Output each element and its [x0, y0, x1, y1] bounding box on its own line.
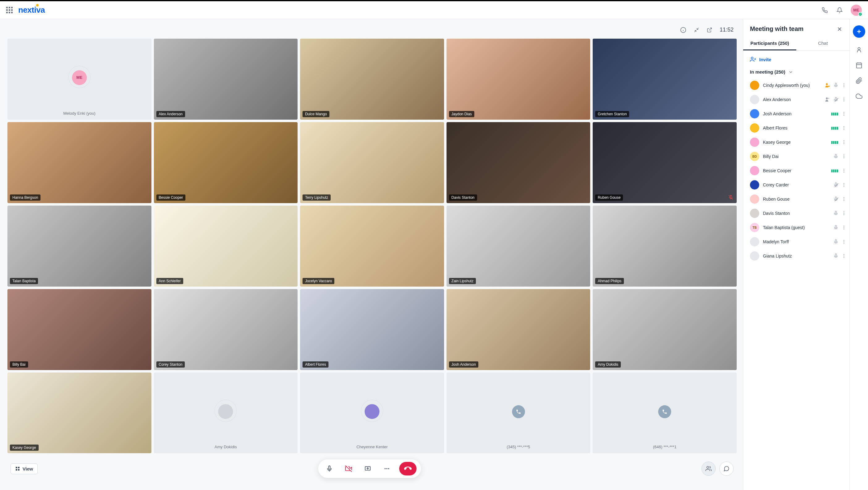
tile-name: Amy Dokidis [595, 361, 621, 368]
svg-point-16 [707, 466, 709, 469]
svg-point-53 [844, 211, 844, 212]
svg-point-41 [844, 155, 844, 155]
hangup-button[interactable] [399, 462, 416, 476]
svg-point-59 [844, 240, 844, 241]
video-tile[interactable]: Alex Anderson [154, 39, 298, 120]
phone-icon[interactable] [818, 4, 831, 17]
participant-name: Madelyn Torff [763, 239, 830, 244]
user-avatar[interactable]: ME [851, 5, 862, 16]
avatar [750, 194, 759, 204]
participant-row: Bessie Cooper▮▮▮▮ [750, 163, 846, 178]
more-icon[interactable] [841, 154, 846, 159]
share-screen-button[interactable] [361, 462, 374, 476]
svg-point-44 [844, 169, 844, 170]
video-tile[interactable]: Kasey George [7, 372, 151, 454]
tile-name: Zain Lipshutz [449, 278, 476, 284]
more-icon[interactable] [841, 182, 846, 187]
participant-name: Ruben Gouse [763, 196, 830, 202]
svg-rect-7 [18, 467, 20, 468]
more-icon[interactable] [841, 253, 846, 258]
calendar-icon[interactable] [856, 62, 862, 69]
more-icon[interactable] [841, 111, 846, 116]
more-icon[interactable] [841, 211, 846, 216]
video-tile[interactable]: Talan Baptista [7, 206, 151, 286]
video-tile[interactable]: Josh Anderson [446, 289, 590, 370]
svg-point-51 [844, 199, 844, 200]
info-icon[interactable] [680, 27, 686, 33]
more-icon[interactable] [841, 239, 846, 244]
video-tile[interactable]: Bessie Cooper [154, 122, 298, 203]
mic-icon [833, 253, 838, 258]
video-tile[interactable]: Cheyenne Kenter [300, 372, 444, 454]
avatar [750, 123, 759, 133]
video-tile[interactable]: Dulce Mango [300, 39, 444, 120]
svg-point-27 [826, 97, 828, 99]
attachment-icon[interactable] [856, 77, 862, 84]
video-tile[interactable]: Jocelyn Vaccaro [300, 206, 444, 286]
video-tile[interactable]: Amy Dokidis [593, 289, 737, 370]
bell-icon[interactable] [833, 4, 846, 17]
participant-name: Giana Lipshutz [763, 253, 830, 258]
video-tile[interactable]: Billy Bai [7, 289, 151, 370]
minimize-icon[interactable] [694, 27, 699, 33]
contacts-icon[interactable] [856, 47, 862, 53]
svg-point-46 [844, 172, 844, 173]
video-tile[interactable]: Albert Flores [300, 289, 444, 370]
video-tile[interactable]: (345) ***-***5 [446, 372, 590, 454]
avatar: TB [750, 223, 759, 232]
close-icon[interactable] [836, 26, 843, 32]
panel-tabs: Participants (250) Chat [743, 37, 849, 51]
view-button[interactable]: View [10, 463, 38, 474]
video-tile[interactable]: Ann Schleifer [154, 206, 298, 286]
popout-icon[interactable] [707, 27, 712, 33]
video-tile[interactable]: MEMelody Enki (you) [7, 39, 151, 120]
svg-point-56 [844, 226, 844, 226]
video-tile[interactable]: Gretchen Stanton [593, 39, 737, 120]
avatar [750, 109, 759, 118]
video-tile[interactable]: Davis Stanton [446, 122, 590, 203]
more-icon[interactable] [841, 168, 846, 173]
mic-icon [833, 239, 838, 244]
video-tile[interactable]: Amy Dokidis [154, 372, 298, 454]
add-button[interactable] [853, 25, 865, 38]
video-tile[interactable]: Hanna Bergson [7, 122, 151, 203]
svg-point-23 [828, 86, 830, 87]
svg-point-38 [844, 140, 844, 141]
video-tile[interactable]: Corey Stanton [154, 289, 298, 370]
more-icon[interactable] [841, 140, 846, 145]
right-rail [849, 19, 868, 490]
svg-point-54 [844, 213, 844, 214]
more-icon[interactable] [841, 83, 846, 88]
apps-grid-icon[interactable] [6, 7, 13, 13]
more-icon[interactable] [841, 196, 846, 202]
logo: nextiva [18, 5, 45, 15]
video-tile[interactable]: Jaydon Dias [446, 39, 590, 120]
more-icon[interactable] [841, 97, 846, 102]
participants-button[interactable] [702, 462, 716, 476]
tab-participants[interactable]: Participants (250) [743, 37, 796, 51]
video-tile[interactable]: Zain Lipshutz [446, 206, 590, 286]
host-icon [825, 83, 830, 88]
tab-chat[interactable]: Chat [796, 37, 849, 51]
mic-button[interactable] [322, 462, 336, 476]
camera-off-button[interactable] [342, 462, 355, 476]
bottom-controls: View [7, 453, 737, 481]
svg-point-13 [384, 468, 385, 469]
video-tile[interactable]: Ahmad Philips [593, 206, 737, 286]
tile-name: Cheyenne Kenter [354, 443, 390, 450]
more-icon[interactable] [841, 225, 846, 230]
chat-button[interactable] [719, 462, 734, 476]
in-meeting-section[interactable]: In meeting (250) [743, 64, 849, 77]
participant-name: Alex Anderson [763, 97, 821, 102]
more-icon[interactable] [841, 125, 846, 130]
more-options-button[interactable] [380, 462, 394, 476]
video-tile[interactable]: Terry Lipshutz [300, 122, 444, 203]
cloud-icon[interactable] [856, 93, 862, 99]
invite-button[interactable]: Invite [750, 56, 843, 62]
tile-name: Ann Schleifer [156, 278, 183, 284]
video-tile[interactable]: (646) ***-***1 [593, 372, 737, 454]
tile-name: Bessie Cooper [156, 194, 186, 201]
video-tile[interactable]: Ruben Gouse [593, 122, 737, 203]
avatar [750, 209, 759, 218]
participants-list: Cindy Applesworth (you)Alex AndersonJosh… [743, 77, 849, 490]
